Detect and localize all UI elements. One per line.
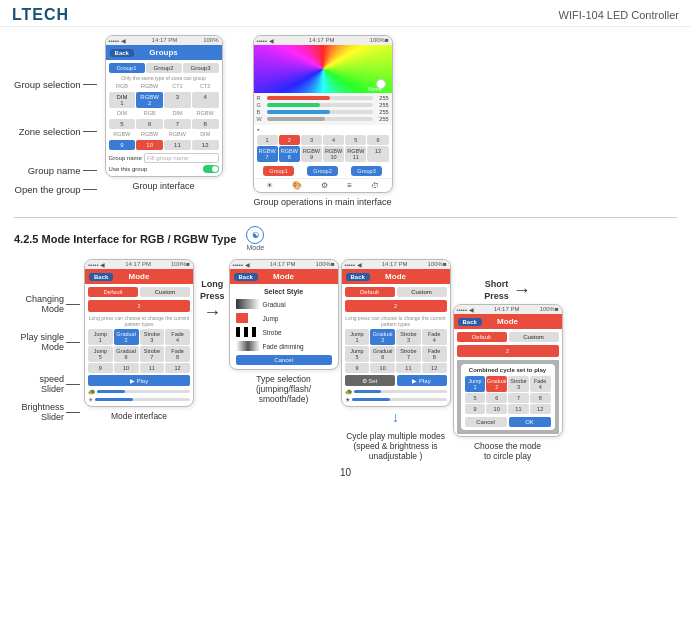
mode-12[interactable]: 12 [165, 363, 190, 373]
c-mode-4[interactable]: Fade4 [422, 329, 447, 345]
ch-6[interactable]: 6 [486, 393, 507, 403]
ops-zone-5[interactable]: 5 [345, 135, 366, 145]
ops-zone-12[interactable]: 12 [367, 146, 388, 162]
zone-5[interactable]: 5 [109, 119, 136, 129]
mode-icon-bottom[interactable]: ⚙ [321, 181, 328, 190]
brightness-icon[interactable]: ☀ [266, 181, 273, 190]
c-mode-8[interactable]: Fade8 [422, 346, 447, 362]
c-mode-9[interactable]: 9 [345, 363, 370, 373]
ops-zone-2[interactable]: 2 [279, 135, 300, 145]
ch-9[interactable]: 9 [465, 404, 486, 414]
zone-3[interactable]: 3 [164, 92, 191, 108]
back-button[interactable]: Back [110, 49, 134, 57]
mode-7[interactable]: Strobe7 [140, 346, 165, 362]
c-mode-10[interactable]: 10 [370, 363, 395, 373]
ch-5[interactable]: 5 [465, 393, 486, 403]
choose-back-btn[interactable]: Back [458, 318, 482, 326]
group-name-input[interactable]: Fill group name [144, 153, 219, 163]
c-mode-12[interactable]: 12 [422, 363, 447, 373]
ch-10[interactable]: 10 [486, 404, 507, 414]
dialog-cancel-btn[interactable]: Cancel [465, 417, 507, 427]
c-mode-6[interactable]: Gradual6 [370, 346, 395, 362]
mode-2-gradual[interactable]: Gradual2 [114, 329, 139, 345]
dialog-ok-btn[interactable]: OK [509, 417, 551, 427]
c-mode-7[interactable]: Strobe7 [396, 346, 421, 362]
ops-zone-3[interactable]: 3 [301, 135, 322, 145]
cycle-zone-2[interactable]: 2 [345, 300, 447, 312]
mode-back-btn[interactable]: Back [89, 273, 113, 281]
mode-10[interactable]: 10 [114, 363, 139, 373]
ops-zone-4[interactable]: 4 [323, 135, 344, 145]
zone-1[interactable]: DIM1 [109, 92, 136, 108]
ops-group3[interactable]: Group3 [351, 166, 381, 176]
zone-12[interactable]: 12 [192, 140, 219, 150]
ch-3[interactable]: Strobe3 [508, 376, 529, 392]
ch-7[interactable]: 7 [508, 393, 529, 403]
ops-zone-8[interactable]: RGBW8 [279, 146, 300, 162]
c-mode-5[interactable]: Jump5 [345, 346, 370, 362]
mode-1-jump[interactable]: Jump1 [88, 329, 113, 345]
c-mode-3[interactable]: Strobe3 [396, 329, 421, 345]
group-tab-1[interactable]: Group1 [109, 63, 145, 73]
zone-2[interactable]: RGBW2 [136, 92, 163, 108]
ch-1[interactable]: Jump1 [465, 376, 486, 392]
w-track[interactable] [267, 117, 373, 121]
r-track[interactable] [267, 96, 373, 100]
brightness-track[interactable] [95, 398, 190, 401]
ch-12[interactable]: 12 [530, 404, 551, 414]
zone-11[interactable]: 11 [164, 140, 191, 150]
cycle-play-btn[interactable]: ▶ Play [397, 375, 447, 386]
mode-6[interactable]: Gradual6 [114, 346, 139, 362]
use-group-toggle[interactable] [203, 165, 219, 173]
zone-7[interactable]: 7 [164, 119, 191, 129]
cancel-button-type[interactable]: Cancel [236, 355, 332, 365]
type-back-btn[interactable]: Back [234, 273, 258, 281]
cycle-brightness-track[interactable] [352, 398, 447, 401]
cycle-tab-default[interactable]: Default [345, 287, 395, 297]
play-button[interactable]: ▶ Play [88, 375, 190, 386]
timer-icon[interactable]: ⏱ [371, 181, 379, 190]
zone-9[interactable]: 9 [109, 140, 136, 150]
group-tab-2[interactable]: Group2 [146, 63, 182, 73]
settings-icon[interactable]: ≡ [347, 181, 352, 190]
ops-zone-9[interactable]: RGBW9 [301, 146, 322, 162]
zone-8[interactable]: 8 [192, 119, 219, 129]
ops-group1[interactable]: Group1 [263, 166, 293, 176]
ch-11[interactable]: 11 [508, 404, 529, 414]
mode-4-fade[interactable]: Fade4 [165, 329, 190, 345]
zone-10[interactable]: 10 [136, 140, 163, 150]
mode-11[interactable]: 11 [140, 363, 165, 373]
ops-zone-10[interactable]: RGBW10 [323, 146, 344, 162]
mode-5[interactable]: Jump5 [88, 346, 113, 362]
c-mode-11[interactable]: 11 [396, 363, 421, 373]
group-tab-3[interactable]: Group3 [183, 63, 219, 73]
cycle-tab-custom[interactable]: Custom [397, 287, 447, 297]
b-track[interactable] [267, 110, 373, 114]
ch-2[interactable]: Gradual2 [486, 376, 507, 392]
type-gradual[interactable]: Gradual [236, 299, 332, 309]
ops-group2[interactable]: Group2 [307, 166, 337, 176]
speed-track[interactable] [97, 390, 190, 393]
ops-zone-1[interactable]: 1 [257, 135, 278, 145]
tab-custom[interactable]: Custom [140, 287, 190, 297]
tab-default[interactable]: Default [88, 287, 138, 297]
type-jump[interactable]: Jump [236, 313, 332, 323]
choose-zone-2[interactable]: 2 [457, 345, 559, 357]
ch-4[interactable]: Fade4 [530, 376, 551, 392]
zone-4[interactable]: 4 [192, 92, 219, 108]
ops-zone-7[interactable]: RGBW7 [257, 146, 278, 162]
mode-3-strobe[interactable]: Strobe3 [140, 329, 165, 345]
c-mode-1[interactable]: Jump1 [345, 329, 370, 345]
ops-zone-6[interactable]: 6 [367, 135, 388, 145]
cycle-back-btn[interactable]: Back [346, 273, 370, 281]
ops-zone-11[interactable]: RGBW11 [345, 146, 366, 162]
choose-tab-custom[interactable]: Custom [509, 332, 559, 342]
set-button[interactable]: ⚙ Set [345, 375, 395, 386]
g-track[interactable] [267, 103, 373, 107]
type-fade[interactable]: Fade dimming [236, 341, 332, 351]
color-icon[interactable]: 🎨 [292, 181, 302, 190]
ch-8[interactable]: 8 [530, 393, 551, 403]
c-mode-2[interactable]: Gradual2 [370, 329, 395, 345]
cycle-speed-track[interactable] [354, 390, 447, 393]
selected-zone-2[interactable]: 2 [88, 300, 190, 312]
